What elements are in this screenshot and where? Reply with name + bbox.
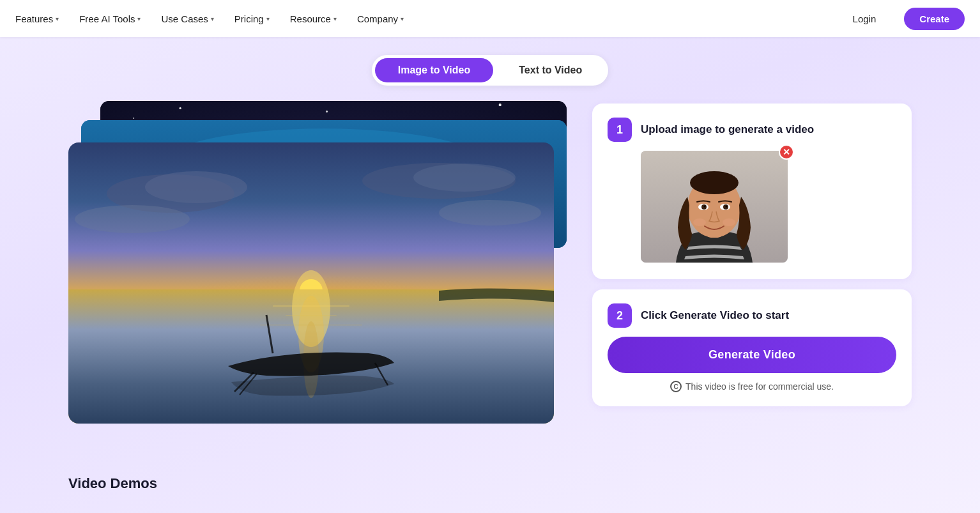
svg-rect-25 [273,305,349,307]
chevron-down-icon: ▾ [333,15,337,22]
svg-point-2 [180,107,181,109]
nav-use-cases[interactable]: Use Cases ▾ [161,13,213,24]
svg-point-19 [75,205,190,233]
nav-pricing[interactable]: Pricing ▾ [234,13,270,24]
chevron-down-icon: ▾ [266,15,270,22]
navbar: Features ▾ Free AI Tools ▾ Use Cases ▾ P… [0,0,980,37]
svg-point-20 [439,200,541,226]
svg-rect-27 [260,325,362,326]
commercial-note: C This video is free for commercial use. [608,381,896,392]
nav-use-cases-label: Use Cases [161,13,208,24]
nav-pricing-label: Pricing [234,13,264,24]
steps-panel: 1 Upload image to generate a video [592,101,912,440]
step1-header: 1 Upload image to generate a video [608,118,896,142]
nav-features[interactable]: Features ▾ [15,13,59,24]
step1-badge: 1 [608,118,632,142]
chevron-down-icon: ▾ [137,15,141,22]
step2-title: Click Generate Video to start [641,309,789,322]
tab-text-to-video[interactable]: Text to Video [496,58,605,82]
chevron-down-icon: ▾ [211,15,214,22]
chevron-down-icon: ▾ [401,15,404,22]
nav-free-ai-tools[interactable]: Free AI Tools ▾ [79,13,141,24]
nav-features-label: Features [15,13,53,24]
svg-point-16 [145,171,247,203]
commercial-note-text: This video is free for commercial use. [685,381,834,392]
copyright-icon: C [670,381,682,392]
svg-point-4 [326,111,328,112]
step1-title: Upload image to generate a video [641,123,814,136]
svg-point-35 [690,171,739,194]
tab-container: Image to Video Text to Video [0,37,980,101]
svg-point-42 [693,218,706,226]
step2-header: 2 Click Generate Video to start [608,303,896,328]
nav-resource[interactable]: Resource ▾ [290,13,337,24]
remove-image-button[interactable]: ✕ [779,144,794,160]
nav-company[interactable]: Company ▾ [357,13,404,24]
svg-point-18 [413,164,516,192]
generate-video-button[interactable]: Generate Video [608,337,896,373]
svg-point-43 [723,218,735,226]
image-stack [68,101,567,440]
tab-image-to-video[interactable]: Image to Video [375,58,494,82]
portrait-image [641,151,788,263]
main-image [68,142,554,424]
svg-point-1 [133,118,134,119]
step2-badge: 2 [608,303,632,328]
video-demos-section: Video Demos [43,465,937,492]
content-area: 1 Upload image to generate a video [43,101,937,465]
chevron-down-icon: ▾ [56,15,59,22]
nav-company-label: Company [357,13,398,24]
step1-card: 1 Upload image to generate a video [592,103,912,279]
create-button[interactable]: Create [904,8,965,30]
svg-point-41 [726,206,728,208]
upload-preview: ✕ [641,151,788,263]
step2-content: Generate Video C This video is free for … [608,337,896,392]
svg-point-40 [704,206,706,208]
nav-resource-label: Resource [290,13,331,24]
video-demos-title: Video Demos [68,475,912,492]
svg-point-6 [499,103,501,106]
nav-free-ai-tools-label: Free AI Tools [79,13,135,24]
svg-rect-26 [286,315,337,316]
step2-card: 2 Click Generate Video to start Generate… [592,289,912,406]
login-button[interactable]: Login [853,13,877,24]
tab-switcher: Image to Video Text to Video [372,55,609,86]
main-content: Image to Video Text to Video [0,0,980,513]
